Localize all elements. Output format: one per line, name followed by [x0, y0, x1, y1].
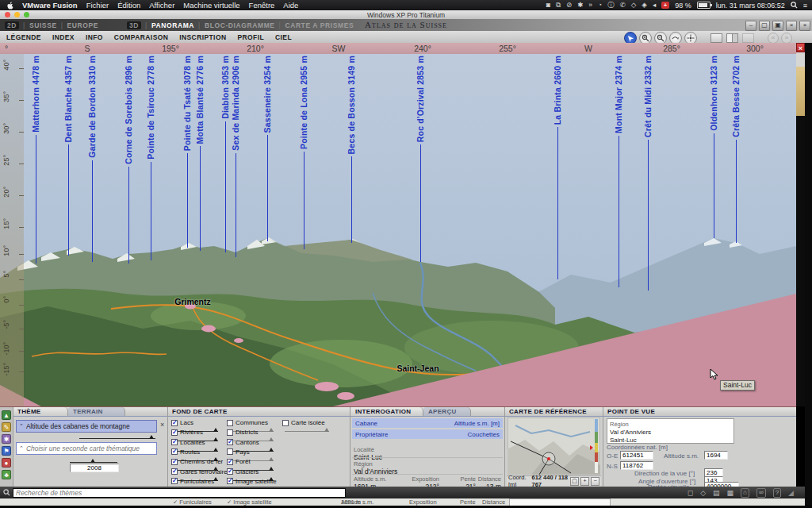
app-menu-comparaison[interactable]: COMPARAISON: [114, 33, 168, 41]
checkbox-pays[interactable]: [227, 448, 233, 455]
map-zoom-out-button[interactable]: −: [591, 477, 599, 486]
ns-input[interactable]: 118762: [620, 461, 653, 470]
menubar-item-aide[interactable]: Aide: [283, 1, 298, 10]
windows-layers-icon[interactable]: ⧉: [556, 1, 561, 10]
map-zoom-in-button[interactable]: +: [580, 477, 589, 486]
year-slider[interactable]: [70, 458, 117, 463]
theme-transparency-slider[interactable]: [79, 434, 155, 439]
app-close-button[interactable]: ×: [799, 21, 810, 31]
app-menu-profil[interactable]: PROFIL: [237, 33, 264, 41]
maximize-button[interactable]: ▣: [772, 21, 783, 31]
checkbox-rivi-res[interactable]: ✓: [171, 429, 178, 436]
badge-icon[interactable]: ◇: [700, 489, 706, 497]
menubar-clock[interactable]: lun. 31 mars 08:06:52: [716, 2, 785, 10]
theme-category-icon[interactable]: ✱: [2, 434, 11, 444]
lock-icon[interactable]: ◻: [688, 489, 693, 497]
bottom-panels: THÈME TERRAIN ▲✎✱⚑●♣ ⌃ Altitude des caba…: [0, 406, 796, 487]
menubar-item-machine-virtuelle[interactable]: Machine virtuelle: [183, 1, 239, 10]
vertical-scrollbar[interactable]: [796, 52, 805, 406]
help-button[interactable]: ?: [773, 488, 781, 498]
time-machine-icon[interactable]: ◔: [598, 1, 602, 10]
minimize-button[interactable]: –: [745, 21, 756, 31]
slider-thumb[interactable]: [324, 428, 329, 432]
theme-flag-icon[interactable]: ⚑: [2, 446, 11, 456]
collapse-caret-icon[interactable]: ⌃: [19, 423, 24, 429]
printer-icon[interactable]: ▦: [727, 489, 734, 497]
checkbox-localit-s[interactable]: ✓: [171, 439, 178, 445]
checkbox-cantons[interactable]: ✓: [227, 439, 233, 445]
menubar-item-fichier[interactable]: Fichier: [86, 1, 109, 10]
theme-relief-icon[interactable]: ▲: [2, 410, 11, 420]
full-extent-button[interactable]: ▢: [570, 477, 579, 486]
theme-select[interactable]: ⌃ Altitude des cabanes de montagne: [16, 420, 157, 433]
app-menu-ciel[interactable]: CIEL: [275, 33, 292, 41]
snowflake-icon[interactable]: ✱: [577, 1, 583, 10]
panorama-view[interactable]: 40°35°30°25°20°15°10°5°0°-5°-10°-15° Mat…: [0, 54, 796, 406]
restore-button[interactable]: ▢: [759, 21, 770, 31]
overlay-view-icon[interactable]: [742, 33, 754, 43]
app-menu-index[interactable]: INDEX: [52, 33, 75, 41]
theme-notes-icon[interactable]: ✎: [2, 422, 11, 432]
apple-icon[interactable]: [6, 2, 13, 10]
menubar-item-dition[interactable]: Édition: [117, 1, 140, 10]
altitude-input[interactable]: 1694: [704, 451, 728, 460]
bluetooth-icon[interactable]: ◇: [631, 1, 637, 10]
checkbox-communes[interactable]: [227, 420, 233, 426]
app-menu-inscription[interactable]: INSCRIPTION: [179, 33, 226, 41]
theme-search-input[interactable]: Recherche de thèmes: [13, 488, 346, 498]
menubar-item-vmware-fusion[interactable]: VMware Fusion: [22, 1, 78, 10]
close-button[interactable]: ×: [786, 21, 797, 31]
single-view-icon[interactable]: [710, 33, 722, 43]
airplay-icon[interactable]: ◈: [642, 1, 647, 10]
checkbox-carte-isol-e[interactable]: [282, 420, 289, 426]
phone-icon[interactable]: ✆: [620, 1, 626, 10]
forward-icon[interactable]: »: [781, 33, 792, 44]
checkbox-gares-ferroviaires[interactable]: ✓: [171, 468, 178, 475]
clear-theme-icon[interactable]: ×: [160, 421, 164, 429]
home-button[interactable]: ⌂: [741, 488, 749, 498]
checkbox-funiculaires[interactable]: ✓: [171, 478, 178, 484]
year-input[interactable]: 2008: [70, 464, 119, 472]
split-view-icon[interactable]: [726, 33, 738, 43]
scrollbar-thumb[interactable]: [796, 67, 805, 116]
collapse-caret-icon[interactable]: ⌃: [19, 445, 24, 452]
dnd-icon[interactable]: ⊘: [566, 1, 572, 10]
checkbox-districts[interactable]: [227, 429, 233, 436]
layer-opacity-slider[interactable]: [285, 428, 329, 432]
link-button[interactable]: ∞: [756, 488, 766, 498]
checkbox-routes[interactable]: ✓: [171, 448, 178, 455]
resize-grip-icon[interactable]: ◢: [788, 489, 794, 497]
back-icon[interactable]: «: [768, 33, 779, 44]
volume-icon[interactable]: ◂: [653, 1, 656, 10]
menubar-item-fen-tre[interactable]: Fenêtre: [249, 1, 275, 10]
tab-terrain[interactable]: TERRAIN: [68, 407, 125, 417]
fastforward-icon[interactable]: »: [588, 1, 592, 10]
panorama-close-button[interactable]: ×: [796, 43, 805, 52]
checkbox-glaciers[interactable]: ✓: [227, 468, 233, 475]
checkbox-for-t[interactable]: ✓: [227, 459, 233, 465]
peak-label: Oldenhorn 3123 m: [709, 56, 718, 131]
theme-nature-icon[interactable]: ♣: [2, 470, 11, 479]
theme-transport-icon[interactable]: ●: [2, 458, 11, 468]
checkbox-lacs[interactable]: ✓: [171, 420, 178, 426]
spotlight-icon[interactable]: [791, 2, 798, 9]
second-theme-select[interactable]: ⌃ Choisir une seconde carte thématique: [16, 442, 157, 455]
query-row-cabane[interactable]: CabaneAltitude s.m. [m]: [352, 418, 503, 428]
vpn-icon[interactable]: +: [661, 2, 669, 9]
app-menu-l-gende[interactable]: LÉGENDE: [6, 33, 41, 41]
query-row-proprietaire[interactable]: PropriétaireCouchettes: [352, 429, 503, 439]
tab-apercu[interactable]: APERÇU: [423, 407, 471, 417]
checkbox-chemins-de-fer[interactable]: ✓: [171, 459, 178, 465]
app-menu-info[interactable]: INFO: [86, 33, 103, 41]
checkbox-image-satellite[interactable]: ✓: [227, 478, 233, 484]
tab-theme[interactable]: THÈME: [13, 407, 68, 417]
tab-interrogation[interactable]: INTERROGATION: [350, 407, 423, 417]
document-icon[interactable]: ▤: [713, 489, 720, 497]
menubar-item-afficher[interactable]: Afficher: [149, 1, 174, 10]
sync-status-icon[interactable]: ◙: [546, 1, 550, 10]
notification-center-icon[interactable]: ≡: [803, 2, 807, 10]
oe-input[interactable]: 612451: [620, 451, 653, 460]
viewpoint-marker[interactable]: [547, 457, 550, 460]
accessibility-icon[interactable]: ⓘ: [607, 1, 615, 10]
reference-map[interactable]: [508, 418, 600, 475]
